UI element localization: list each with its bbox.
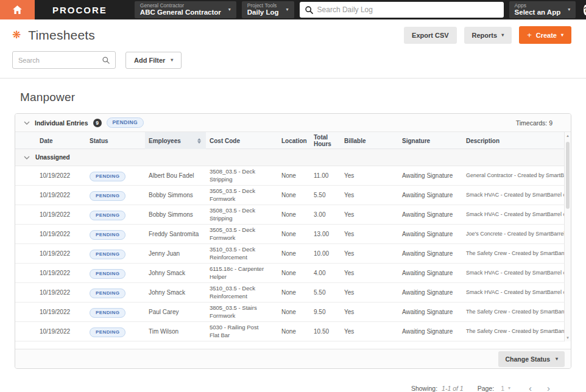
page-label: Page: [478,385,494,392]
chevron-down-icon: ▾ [508,386,510,391]
status-badge: PENDING [90,172,125,181]
cell-description: Smack HVAC - Created by SmartBarrel on [462,270,571,277]
column-header-billable[interactable]: Billable [341,138,398,144]
entries-count-badge: 9 [93,119,102,127]
cell-employee: Bobby Simmons [145,211,206,219]
main-content: Manpower Individual Entries 9 PENDING Ti… [0,91,586,392]
reports-label: Reports [472,32,498,39]
table-row[interactable]: 10/19/2022 PENDING Johny Smack 6115.18c … [15,264,571,283]
company-selector[interactable]: General Contractor ABC General Contracto… [135,1,236,18]
home-icon [13,5,22,14]
help-icon[interactable]: ? [584,5,586,15]
next-page-icon[interactable]: › [542,383,556,392]
cell-status: PENDING [86,289,145,296]
cell-location: None [278,191,310,199]
scroll-down-icon[interactable]: ▼ [566,336,570,340]
cell-description: The Safety Crew - Created by SmartBarrel… [462,309,571,316]
cell-description: Joe's Concrete - Created by SmartBarrel … [462,231,571,238]
change-status-button[interactable]: Change Status ▾ [498,351,565,367]
table-search[interactable] [12,51,116,69]
search-icon [102,57,110,64]
home-button[interactable] [0,0,35,19]
table-row[interactable]: 10/19/2022 PENDING Albert Bou Fadel 3508… [15,166,571,186]
cell-cost-code: 3505_03.5 - Deck Formwork [206,226,278,242]
table-row[interactable]: 10/19/2022 PENDING Bobby Simmons 3508_03… [15,205,571,225]
cell-employee: Johny Smack [145,289,206,296]
status-badge: PENDING [90,211,125,220]
table-row[interactable]: 10/19/2022 PENDING Johny Smack 3510_03.5… [15,283,571,303]
scrollbar-thumb[interactable] [566,142,570,209]
chevron-down-icon: ▾ [501,33,504,38]
apps-selector-label: Apps [515,2,561,9]
cell-location: None [278,289,310,296]
chevron-down-icon: ▾ [171,58,173,63]
cell-signature: Awaiting Signature [398,250,462,257]
table-row[interactable]: 10/19/2022 PENDING Tim Wilson 5030 - Rai… [15,322,571,341]
cell-billable: Yes [341,289,398,296]
table-row[interactable]: 10/19/2022 PENDING Jenny Juan 3510_03.5 … [15,244,571,264]
scroll-up-icon[interactable]: ▲ [566,134,570,138]
chevron-down-icon: ▾ [556,357,558,362]
cell-cost-code: 3508_03.5 - Deck Stripping [206,168,278,183]
cell-billable: Yes [341,250,398,257]
cell-description: Smack HVAC - Created by SmartBarrel on [462,289,571,296]
sort-icon[interactable] [197,138,201,144]
status-badge: PENDING [90,289,125,298]
timesheets-tool-icon: ❋ [12,30,21,40]
cell-employee: Johny Smack [145,269,206,277]
table-scrollbar[interactable]: ▲ ▼ [564,132,571,341]
global-search-input[interactable] [317,5,498,14]
cell-employee: Paul Carey [145,308,206,316]
page-title: Timesheets [28,28,397,43]
table-row[interactable]: 10/19/2022 PENDING Bobby Simmons 3505_03… [15,186,571,205]
previous-page-icon[interactable]: ‹ [523,383,537,392]
cell-total-hours: 10.50 [310,327,341,335]
project-tool-selector-label: Project Tools [247,2,279,9]
status-badge: PENDING [90,230,125,240]
page-header: ❋ Timesheets Export CSV Reports ▾ + Crea… [0,19,586,49]
column-header-employees[interactable]: Employees [145,132,206,149]
column-header-employees-label: Employees [149,138,181,144]
table-body: 10/19/2022 PENDING Albert Bou Fadel 3508… [15,166,571,341]
change-status-label: Change Status [505,355,550,363]
company-selector-value: ABC General Contractor [140,9,221,17]
pagination-bar: Showing: 1-1 of 1 Page: 1 ▾ ‹ › [15,369,571,392]
table-search-input[interactable] [18,57,99,64]
cell-date: 10/19/2022 [36,308,86,316]
cell-billable: Yes [341,308,398,316]
cell-status: PENDING [86,211,145,219]
cell-signature: Awaiting Signature [398,211,462,219]
create-button[interactable]: + Create ▾ [519,26,571,44]
table-row[interactable]: 10/19/2022 PENDING Freddy Santromita 350… [15,225,571,244]
column-header-date[interactable]: Date [36,138,86,144]
cell-billable: Yes [341,191,398,199]
table-row[interactable]: 10/19/2022 PENDING Paul Carey 3805_03.5 … [15,303,571,322]
cell-billable: Yes [341,172,398,180]
column-header-signature[interactable]: Signature [398,138,462,144]
cell-location: None [278,230,310,238]
cell-signature: Awaiting Signature [398,327,462,335]
add-filter-button[interactable]: Add Filter ▾ [125,52,182,69]
collapse-chevron-icon[interactable] [24,121,30,125]
cell-cost-code: 3508_03.5 - Deck Stripping [206,207,278,222]
cell-description: Smack HVAC - Created by SmartBarrel on [462,192,571,199]
cell-cost-code: 3510_03.5 - Deck Reinforcement [206,246,278,261]
reports-button[interactable]: Reports ▾ [464,27,512,44]
column-header-cost-code[interactable]: Cost Code [206,138,278,144]
group-row-unassigned[interactable]: Unassigned [15,149,571,166]
column-header-location[interactable]: Location [278,138,310,144]
project-tool-selector[interactable]: Project Tools Daily Log ▾ [242,1,294,18]
cell-signature: Awaiting Signature [398,230,462,238]
apps-selector[interactable]: Apps Select an App ▾ [509,1,576,18]
global-search[interactable] [300,2,504,18]
column-header-description[interactable]: Description [462,138,571,144]
cell-location: None [278,172,310,180]
collapse-chevron-icon[interactable] [24,156,30,159]
column-header-total-hours[interactable]: Total Hours [310,134,341,147]
status-badge: PENDING [90,191,125,201]
page-select[interactable]: 1 ▾ [501,385,510,392]
status-badge: PENDING [90,308,125,318]
column-header-status[interactable]: Status [86,138,145,144]
top-nav-bar: PROCORE General Contractor ABC General C… [0,0,586,19]
export-csv-button[interactable]: Export CSV [404,27,457,44]
